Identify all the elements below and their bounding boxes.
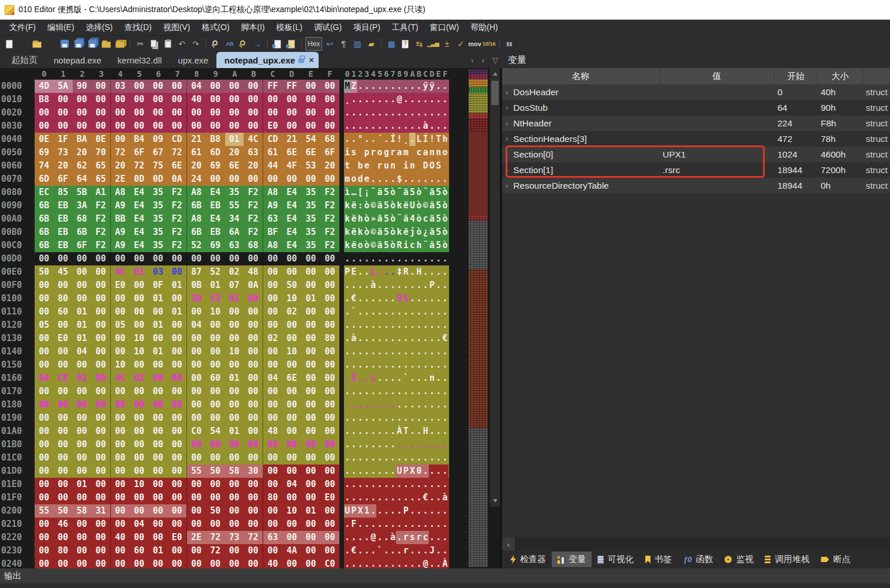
ascii-char[interactable]: j <box>409 226 416 239</box>
ascii-char[interactable]: . <box>344 292 350 305</box>
hex-byte[interactable]: 00 <box>263 305 282 319</box>
checksum-button[interactable]: ✓ <box>454 37 467 51</box>
hex-byte[interactable]: 00 <box>35 478 54 491</box>
hex-byte[interactable]: 00 <box>301 265 320 279</box>
ascii-char[interactable]: . <box>357 358 364 372</box>
hex-byte[interactable]: 10 <box>130 478 149 491</box>
ascii-char[interactable]: . <box>435 106 442 119</box>
ascii-char[interactable]: . <box>383 385 390 398</box>
show-whitespace-button[interactable]: ¶ <box>337 37 350 51</box>
ascii-char[interactable]: . <box>429 319 435 332</box>
ascii-text[interactable]: .`.............. <box>344 305 449 319</box>
ascii-char[interactable]: . <box>376 478 383 491</box>
ascii-char[interactable]: . <box>416 557 422 568</box>
pause-button[interactable]: ▮▮ <box>503 37 516 51</box>
ascii-char[interactable]: . <box>416 80 422 93</box>
ascii-char[interactable]: . <box>390 319 396 332</box>
ascii-char[interactable]: . <box>376 385 383 398</box>
ascii-char[interactable]: . <box>344 425 350 438</box>
hex-byte[interactable]: 63 <box>263 212 282 226</box>
ascii-char[interactable]: d <box>357 173 364 186</box>
ascii-char[interactable]: . <box>435 319 442 332</box>
ascii-char[interactable]: . <box>364 451 370 465</box>
ascii-char[interactable]: . <box>403 279 409 292</box>
menu-item-文件(F)[interactable]: 文件(F) <box>3 20 42 35</box>
ascii-char[interactable]: . <box>442 119 448 133</box>
hex-byte[interactable]: 72 <box>130 159 149 173</box>
hex-byte[interactable]: F2 <box>167 186 186 199</box>
ascii-char[interactable]: . <box>344 372 350 385</box>
hex-byte[interactable]: 6B <box>73 226 92 239</box>
hex-byte[interactable]: 04 <box>187 80 206 93</box>
ascii-char[interactable]: . <box>403 305 409 319</box>
ascii-char[interactable]: . <box>409 292 416 305</box>
hex-byte[interactable]: 00 <box>187 385 206 398</box>
hex-byte[interactable]: 00 <box>206 491 225 504</box>
ascii-char[interactable]: . <box>416 411 422 425</box>
hex-byte[interactable]: 00 <box>225 557 244 568</box>
hex-byte[interactable]: 00 <box>320 345 339 358</box>
run-template-button[interactable] <box>285 37 298 51</box>
ascii-char[interactable]: . <box>435 531 442 544</box>
ascii-char[interactable]: . <box>403 518 409 531</box>
ascii-char[interactable]: ¨ <box>370 186 376 199</box>
ascii-char[interactable]: . <box>435 518 442 531</box>
ascii-char[interactable]: ÿ <box>422 80 429 93</box>
ascii-char[interactable]: 5 <box>383 212 390 226</box>
hex-byte[interactable]: F2 <box>244 199 263 212</box>
ascii-char[interactable]: . <box>383 252 390 265</box>
ascii-char[interactable]: b <box>357 159 364 173</box>
hex-byte[interactable]: 00 <box>225 411 244 425</box>
hex-byte[interactable]: 00 <box>206 438 225 451</box>
hex-bytes[interactable]: 00460000000400000000000000000000 <box>35 518 339 531</box>
ascii-char[interactable]: . <box>344 411 350 425</box>
hex-byte[interactable]: 00 <box>35 332 54 345</box>
ascii-char[interactable] <box>370 159 376 173</box>
hex-byte[interactable]: 00 <box>301 252 320 265</box>
hex-byte[interactable]: 01 <box>149 544 168 557</box>
ascii-char[interactable]: . <box>442 173 448 186</box>
ascii-char[interactable]: . <box>344 319 350 332</box>
ascii-char[interactable]: . <box>403 119 409 133</box>
ascii-char[interactable]: . <box>344 252 350 265</box>
hex-byte[interactable]: 00 <box>263 358 282 372</box>
ascii-char[interactable]: à <box>350 332 357 345</box>
ascii-char[interactable]: . <box>422 411 429 425</box>
ascii-text[interactable]: UPX1.....P...... <box>344 504 449 518</box>
hex-byte[interactable]: 00 <box>111 504 130 518</box>
ascii-char[interactable]: @ <box>370 531 376 544</box>
hex-byte[interactable]: 50 <box>35 265 54 279</box>
ascii-char[interactable]: . <box>422 385 429 398</box>
ascii-char[interactable]: $ <box>396 173 402 186</box>
hex-byte[interactable]: 00 <box>73 358 92 372</box>
menu-item-窗口(W)[interactable]: 窗口(W) <box>424 20 465 35</box>
hex-byte[interactable]: 00 <box>111 557 130 568</box>
hex-byte[interactable]: 00 <box>54 531 73 544</box>
ascii-char[interactable]: ò <box>364 239 370 252</box>
ascii-char[interactable]: . <box>350 491 357 504</box>
hex-row-0120[interactable]: 012005000100050001000400000000000000....… <box>0 319 500 332</box>
ascii-char[interactable]: . <box>435 372 442 385</box>
variable-row-NtHeader[interactable]: ›NtHeader224F8hstruct <box>502 115 890 131</box>
ascii-char[interactable]: o <box>376 146 383 159</box>
ascii-char[interactable]: . <box>376 465 383 478</box>
hex-byte[interactable]: 35 <box>149 239 168 252</box>
hex-byte[interactable]: 00 <box>73 106 92 119</box>
hex-byte[interactable]: 0F <box>149 279 168 292</box>
hex-byte[interactable]: 00 <box>111 451 130 465</box>
open-file-button[interactable] <box>31 37 43 51</box>
hex-byte[interactable]: 00 <box>225 358 244 372</box>
hex-row-0200[interactable]: 020055505831000000000050000000100100UPX1… <box>0 504 500 518</box>
hex-byte[interactable]: 01 <box>225 372 244 385</box>
hex-byte[interactable]: 00 <box>167 411 186 425</box>
hex-byte[interactable]: 00 <box>320 358 339 372</box>
hex-byte[interactable]: 00 <box>282 398 301 411</box>
ascii-char[interactable]: . <box>396 80 402 93</box>
hex-byte[interactable]: 00 <box>35 465 54 478</box>
ascii-char[interactable]: . <box>383 93 390 106</box>
hex-bytes[interactable]: 04CE01004C02000000600100046E0000 <box>35 372 339 385</box>
menu-item-工具(T)[interactable]: 工具(T) <box>386 20 424 35</box>
ascii-char[interactable]: . <box>350 345 357 358</box>
ascii-char[interactable]: . <box>364 265 370 279</box>
hex-byte[interactable]: 6A <box>225 226 244 239</box>
